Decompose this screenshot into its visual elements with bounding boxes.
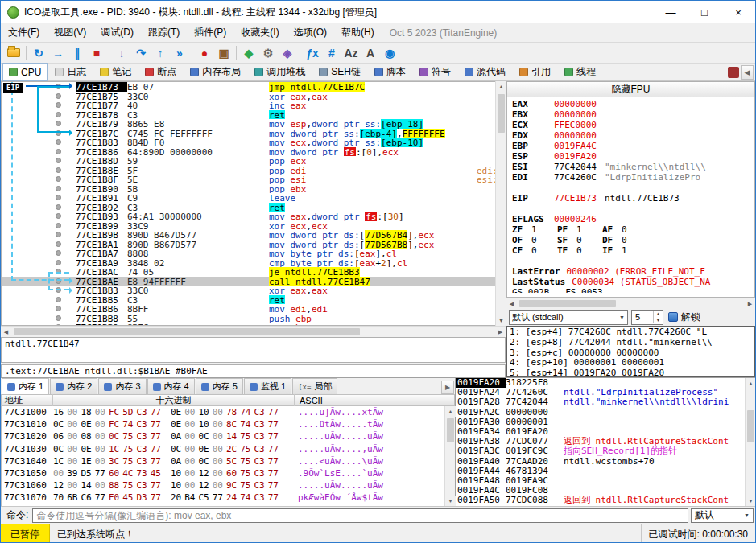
scroll-left-icon[interactable]: ◀ [506,298,517,309]
menu-item[interactable]: 文件(F) [1,23,47,42]
argument-row[interactable]: 2: [esp+8] 77C42044 ntdll."minkernel\\ [510,338,752,348]
dump-tab-memory-2[interactable]: 内存 2 [50,378,97,394]
scroll-down-icon[interactable]: ▼ [746,496,756,506]
gear-icon[interactable]: ⚙ [258,44,278,62]
register-row[interactable]: EDI77C4260C"LdrpInitializePro [512,172,754,183]
handles-tab-icon[interactable] [728,67,739,78]
disasm-row[interactable]: 77CE1B78C3ret [2,110,495,120]
dump-tab-watch-1[interactable]: 监视 1 [244,378,291,394]
breakpoint-dot[interactable] [56,315,61,321]
disasm-row[interactable]: 77CE1B838B4D F0mov ecx,dword ptr ss:[ebp… [2,138,495,147]
registers-hscrollbar[interactable]: ◀ ▶ [506,298,755,308]
disasm-row[interactable]: 77CE1B91C9leave [2,193,495,203]
memory-map-icon[interactable]: ▣ [214,44,233,62]
tab-script[interactable]: 脚本 [368,63,412,81]
disassembly-hscrollbar[interactable]: ◀ ▶ [1,326,506,336]
close-button[interactable]: × [721,1,755,23]
disasm-row[interactable]: 77CE1B8D59pop ecx [2,156,495,166]
unlock-toggle[interactable]: 解锁 [668,311,700,324]
registers-view[interactable]: EAX00000000EBX00000000ECXFFEC0000EDX0000… [506,97,755,298]
argument-row[interactable]: 1: [esp+4] 77C4260C ntdll.77C4260C "L [510,327,752,338]
stack-row[interactable]: 0019FA2C00000000 [456,408,745,418]
menu-item[interactable]: 调试(D) [93,23,141,42]
dump-row[interactable]: 77C31070706BC677E045D37720B4C5772474C377… [2,492,444,504]
tab-memory-map[interactable]: 内存布局 [184,63,247,81]
minimize-button[interactable]: — [654,1,688,23]
column-header-hex[interactable]: 十六进制 [53,394,295,406]
stack-row[interactable]: 0019FA5077CDC088返回到 ntdll.RtlCaptureStac… [456,496,745,505]
breakpoint-icon[interactable]: ● [195,44,214,62]
plugins-icon[interactable]: ◈ [278,44,297,62]
disassembly-view[interactable]: 77CE1B73EB 07jmp ntdll.77CE1B7C77CE1B753… [1,81,495,326]
disasm-row[interactable]: 77CE1BA78808mov byte ptr ds:[eax],cl [2,249,495,258]
dump-vscrollbar[interactable]: ▲ ▼ [444,406,455,506]
tab-seh[interactable]: SEH链 [312,63,367,81]
menu-item[interactable]: 跟踪(T) [141,23,187,42]
scroll-right-icon[interactable]: ▶ [495,327,506,337]
stack-row[interactable]: 0019FA2877C42044ntdll."minkernel\\ntdll\… [456,397,745,407]
register-row[interactable]: EBX00000000 [512,109,754,120]
dump-row[interactable]: 77C3100016001800FC5DC3770E0010007874C377… [2,406,444,418]
disasm-row[interactable]: 77CE1BAC74 05je ntdll.77CE1BB3 [2,267,495,277]
disasm-row[interactable]: 77CE1B9B890D B467D577mov dword ptr ds:[7… [2,230,495,240]
dump-tab-locals[interactable]: [x=局部 [292,378,337,394]
stop-icon[interactable]: ■ [87,44,106,62]
calling-convention-select[interactable]: 默认 (stdcall)▼ [509,310,628,325]
disasm-row[interactable]: 77CE1B8664:890D 00000000mov dword ptr fs… [2,147,495,157]
scroll-down-icon[interactable]: ▼ [445,496,456,506]
stack-view[interactable]: 0019FA20318225F80019FA2477C4260Cntdll."L… [456,378,745,506]
flags-row[interactable]: OF0SF0DF0 [512,235,754,245]
tab-source[interactable]: 源代码 [458,63,512,81]
menu-item[interactable]: 插件(P) [187,23,233,42]
hash-icon[interactable]: # [322,44,341,62]
argument-row[interactable]: 5: [esp+14] 0019FA20 0019FA20 [510,368,752,377]
menu-item[interactable]: 帮助(H) [334,23,382,42]
menu-item[interactable]: 视图(V) [47,23,93,42]
register-row[interactable]: EAX00000000 [512,99,754,109]
tab-log[interactable]: 日志 [48,63,93,81]
disasm-row[interactable]: 77CE1B798B65 E8mov esp,dword ptr ss:[ebp… [2,119,495,129]
scroll-right-icon[interactable]: ▶ [745,298,755,309]
dump-tab-scroll-right-button[interactable]: ▶ [441,381,454,394]
tab-notes[interactable]: 笔记 [93,63,138,81]
disasm-row[interactable]: 77CE1B7533C0xor eax,eax [2,92,495,101]
run-icon[interactable]: → [48,44,68,62]
flags-row[interactable]: CF0TF0IF1 [512,245,754,256]
dump-tab-memory-5[interactable]: 内存 5 [196,378,243,394]
dump-row[interactable]: 77C310401C001E003C75C3770A000C005C75C377… [2,455,444,467]
stack-row[interactable]: 0019FA3C0019FC9C指向SEH_Record[1]的指针 [456,446,745,456]
menu-item[interactable]: 收藏夹(I) [233,23,286,42]
hide-fpu-button[interactable]: 隐藏FPU [506,81,755,97]
command-preset-select[interactable]: 默认▼ [691,508,754,523]
disasm-row[interactable]: 77CE1BA93848 02cmp byte ptr ds:[eax+2],c… [2,258,495,268]
open-file-icon[interactable] [4,44,23,62]
scroll-up-icon[interactable]: ▲ [496,81,506,92]
register-row[interactable]: EFLAGS00000246 [512,214,754,224]
tab-symbols[interactable]: 符号 [413,63,457,81]
register-row[interactable]: ECXFFEC0000 [512,120,754,130]
menu-item[interactable]: 选项(O) [287,23,334,42]
dump-row[interactable]: 77C310500039D577604C7345100012006075C377… [2,467,444,479]
register-row[interactable]: EIP77CE1B73ntdll.77CE1B73 [512,193,754,204]
fx-icon[interactable]: ƒx [303,44,322,62]
register-row[interactable]: ESI77C42044"minkernel\\ntdll\\ [512,162,754,172]
dump-tab-memory-1[interactable]: 内存 1 [2,378,49,394]
breakpoint-dot[interactable] [56,297,61,302]
font-icon[interactable]: A [361,44,380,62]
dump-row[interactable]: 77C31060120014008875C377100012009C75C377… [2,479,444,492]
tab-scroll-left-button[interactable]: ◀ [741,65,754,80]
register-row[interactable]: EBP0019FA4C [512,141,754,151]
spinner-arrows[interactable]: ▲▼ [653,311,663,323]
disasm-row[interactable]: 77CE1B905Bpop ebx [2,184,495,194]
flags-row[interactable]: ZF1PF1AF0 [512,224,754,235]
restart-icon[interactable]: ↻ [29,44,48,62]
step-over-icon[interactable]: ↷ [131,44,151,62]
register-row[interactable]: ESP0019FA20 [512,151,754,162]
command-input[interactable] [32,508,688,523]
scroll-down-icon[interactable]: ▼ [496,315,506,326]
column-header-address[interactable]: 地址 [2,394,53,406]
tab-references[interactable]: 引用 [513,63,557,81]
stack-row[interactable]: 0019FA4077CAAD20ntdll.wcstombs+70 [456,457,745,467]
disasm-row[interactable]: 77CE1B9933C9xor ecx,ecx [2,221,495,231]
step-into-icon[interactable]: ↓ [112,44,131,62]
